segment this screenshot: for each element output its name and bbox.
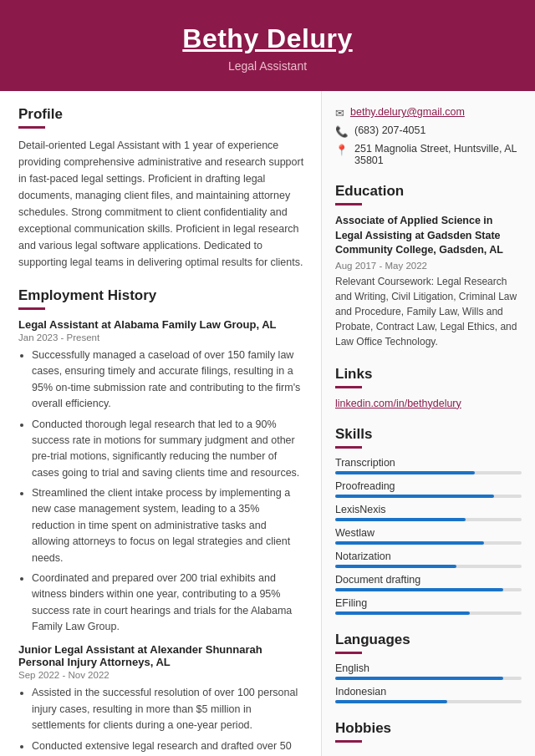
job-1-bullet-1: Successfully managed a caseload of over … bbox=[32, 348, 304, 413]
education-heading: Education bbox=[335, 183, 522, 200]
skills-section: Skills Transcription Proofreading LexisN… bbox=[335, 426, 522, 615]
skill-bar-bg bbox=[335, 518, 522, 521]
languages-heading: Languages bbox=[335, 632, 522, 648]
skills-heading: Skills bbox=[335, 426, 522, 443]
resume-header: Bethy Delury Legal Assistant bbox=[0, 0, 535, 91]
language-name: Indonesian bbox=[335, 686, 522, 698]
job-1-bullet-2: Conducted thorough legal research that l… bbox=[32, 417, 304, 482]
language-bar-bg bbox=[335, 677, 522, 680]
links-heading: Links bbox=[335, 366, 522, 383]
contact-phone-item: 📞 (683) 207-4051 bbox=[335, 124, 522, 138]
edu-dates: Aug 2017 - May 2022 bbox=[335, 261, 522, 271]
skill-item: Document drafting bbox=[335, 574, 522, 591]
skill-bar-fill bbox=[335, 471, 475, 474]
phone-icon: 📞 bbox=[335, 125, 349, 138]
job-1-dates: Jan 2023 - Present bbox=[18, 332, 304, 342]
languages-section: Languages English Indonesian bbox=[335, 632, 522, 703]
job-2-bullet-2: Conducted extensive legal research and d… bbox=[32, 738, 304, 757]
contact-section: ✉ bethy.delury@gmail.com 📞 (683) 207-405… bbox=[335, 106, 522, 166]
languages-list: English Indonesian bbox=[335, 662, 522, 703]
skill-bar-bg bbox=[335, 471, 522, 474]
address-text: 251 Magnolia Street, Huntsville, AL 3580… bbox=[354, 143, 522, 166]
skill-name: Proofreading bbox=[335, 480, 522, 492]
education-divider bbox=[335, 203, 362, 205]
job-1-bullet-4: Coordinated and prepared over 200 trial … bbox=[32, 571, 304, 636]
resume-container: Bethy Delury Legal Assistant Profile Det… bbox=[0, 0, 535, 756]
skill-bar-bg bbox=[335, 495, 522, 498]
languages-divider bbox=[335, 652, 362, 654]
skill-bar-fill bbox=[335, 541, 484, 545]
skill-item: Westlaw bbox=[335, 527, 522, 545]
employment-divider bbox=[18, 307, 45, 310]
left-column: Profile Detail-oriented Legal Assistant … bbox=[0, 91, 321, 756]
skill-name: Westlaw bbox=[335, 527, 522, 539]
email-link[interactable]: bethy.delury@gmail.com bbox=[350, 106, 465, 118]
skill-name: EFiling bbox=[335, 597, 522, 609]
profile-text: Detail-oriented Legal Assistant with 1 y… bbox=[18, 137, 304, 271]
job-1-bullet-3: Streamlined the client intake process by… bbox=[32, 485, 304, 566]
linkedin-link[interactable]: linkedin.com/in/bethydelury bbox=[335, 398, 461, 409]
job-1: Legal Assistant at Alabama Family Law Gr… bbox=[18, 318, 304, 635]
language-bar-bg bbox=[335, 700, 522, 703]
skill-bar-fill bbox=[335, 611, 470, 615]
profile-divider bbox=[18, 126, 45, 129]
employment-heading: Employment History bbox=[18, 287, 304, 304]
hobbies-section: Hobbies bbox=[335, 720, 522, 743]
job-2: Junior Legal Assistant at Alexander Shun… bbox=[18, 643, 304, 756]
email-icon: ✉ bbox=[335, 107, 344, 119]
skills-divider bbox=[335, 446, 362, 449]
skill-bar-fill bbox=[335, 588, 503, 591]
language-bar-fill bbox=[335, 700, 447, 703]
skill-bar-bg bbox=[335, 611, 522, 615]
skill-bar-bg bbox=[335, 541, 522, 545]
skill-item: Transcription bbox=[335, 457, 522, 474]
skill-bar-bg bbox=[335, 565, 522, 568]
right-column: ✉ bethy.delury@gmail.com 📞 (683) 207-405… bbox=[321, 91, 535, 756]
hobbies-divider bbox=[335, 740, 362, 743]
skill-bar-fill bbox=[335, 565, 456, 568]
job-1-bullets: Successfully managed a caseload of over … bbox=[18, 348, 304, 635]
skill-item: LexisNexis bbox=[335, 504, 522, 521]
language-bar-fill bbox=[335, 677, 503, 680]
job-2-dates: Sep 2022 - Nov 2022 bbox=[18, 670, 304, 680]
skill-name: Notarization bbox=[335, 551, 522, 562]
education-section: Education Associate of Applied Science i… bbox=[335, 183, 522, 349]
contact-address-item: 📍 251 Magnolia Street, Huntsville, AL 35… bbox=[335, 143, 522, 166]
links-section: Links linkedin.com/in/bethydelury bbox=[335, 366, 522, 409]
employment-section: Employment History Legal Assistant at Al… bbox=[18, 287, 304, 756]
skill-bar-fill bbox=[335, 495, 494, 498]
job-2-bullets: Assisted in the successful resolution of… bbox=[18, 685, 304, 756]
links-divider bbox=[335, 386, 362, 388]
language-item: English bbox=[335, 662, 522, 680]
skill-bar-bg bbox=[335, 588, 522, 591]
language-name: English bbox=[335, 662, 522, 674]
skill-name: LexisNexis bbox=[335, 504, 522, 515]
skill-item: Proofreading bbox=[335, 480, 522, 498]
contact-email-item: ✉ bethy.delury@gmail.com bbox=[335, 106, 522, 119]
hobbies-heading: Hobbies bbox=[335, 720, 522, 737]
job-2-bullet-1: Assisted in the successful resolution of… bbox=[32, 685, 304, 733]
job-1-title: Legal Assistant at Alabama Family Law Gr… bbox=[18, 318, 304, 331]
phone-text: (683) 207-4051 bbox=[354, 124, 425, 136]
body-columns: Profile Detail-oriented Legal Assistant … bbox=[0, 91, 535, 756]
skill-item: EFiling bbox=[335, 597, 522, 615]
skills-list: Transcription Proofreading LexisNexis We… bbox=[335, 457, 522, 615]
profile-section: Profile Detail-oriented Legal Assistant … bbox=[18, 106, 304, 271]
candidate-title: Legal Assistant bbox=[17, 59, 518, 73]
skill-bar-fill bbox=[335, 518, 466, 521]
skill-name: Document drafting bbox=[335, 574, 522, 586]
candidate-name: Bethy Delury bbox=[17, 23, 518, 54]
skill-item: Notarization bbox=[335, 551, 522, 568]
language-item: Indonesian bbox=[335, 686, 522, 703]
job-2-title: Junior Legal Assistant at Alexander Shun… bbox=[18, 643, 304, 668]
location-icon: 📍 bbox=[335, 144, 349, 156]
profile-heading: Profile bbox=[18, 106, 304, 123]
edu-courses: Relevant Coursework: Legal Research and … bbox=[335, 274, 522, 349]
edu-degree: Associate of Applied Science in Legal As… bbox=[335, 214, 522, 258]
skill-name: Transcription bbox=[335, 457, 522, 469]
